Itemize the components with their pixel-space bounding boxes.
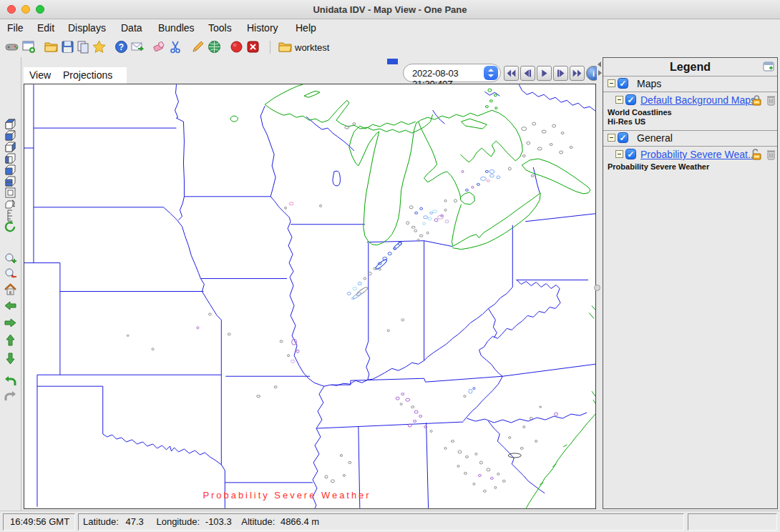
cut-icon[interactable] <box>168 39 183 54</box>
window-title: Unidata IDV - Map View - One Pane <box>0 4 780 15</box>
menu-history[interactable]: History <box>247 22 278 34</box>
psw-layer-link[interactable]: Probability Severe Weat... <box>640 149 756 160</box>
map-view[interactable]: Probability Severe Weather <box>24 84 596 509</box>
last-frame-button[interactable] <box>570 66 585 81</box>
map-menubar: View Projections <box>24 67 127 84</box>
menu-view[interactable]: View <box>29 69 51 81</box>
next-frame-button[interactable] <box>553 66 568 81</box>
psw-sublabel: Probability Severe Weather <box>608 162 709 171</box>
maps-visibility-checkbox[interactable]: ✓ <box>618 78 628 89</box>
svg-text:?: ? <box>119 42 124 52</box>
pan-down-icon[interactable] <box>4 352 17 365</box>
worktest-folder-icon[interactable] <box>278 39 293 54</box>
psw-unlock-icon[interactable] <box>751 149 762 160</box>
menu-bar: File Edit Displays Data Bundles Tools Hi… <box>0 19 780 37</box>
menu-data[interactable]: Data <box>121 22 142 34</box>
collapse-left-icon[interactable] <box>597 60 603 77</box>
home-view-icon[interactable] <box>4 282 17 296</box>
menu-bundles[interactable]: Bundles <box>158 22 195 34</box>
redo-icon[interactable] <box>4 390 17 404</box>
latitude-label: Latitude: <box>83 516 119 527</box>
menu-file[interactable]: File <box>7 22 24 34</box>
clock-value: 16:49:56 GMT <box>10 516 69 527</box>
progress-box <box>688 513 777 531</box>
general-visibility-checkbox[interactable]: ✓ <box>618 132 628 143</box>
eraser-icon[interactable] <box>152 39 167 54</box>
help-icon[interactable]: ? <box>114 39 129 54</box>
support-mail-icon[interactable] <box>130 39 145 54</box>
menu-tools[interactable]: Tools <box>208 22 232 34</box>
edit-pencil-icon[interactable] <box>190 39 205 54</box>
zoom-in-icon[interactable] <box>4 252 17 265</box>
coastlines <box>230 84 595 508</box>
previous-frame-button[interactable] <box>520 66 535 81</box>
maps-section-label[interactable]: Maps <box>637 78 661 89</box>
zoom-out-icon[interactable] <box>4 267 17 280</box>
animation-indicator <box>387 59 398 64</box>
map-annotation: Probability Severe Weather <box>203 490 371 501</box>
favorites-star-icon[interactable] <box>92 39 107 54</box>
clock-box: 16:49:56 GMT <box>3 513 75 531</box>
delete-icon[interactable] <box>245 39 260 54</box>
latitude-value: 47.3 <box>126 516 144 527</box>
general-collapse-toggle[interactable] <box>608 134 615 142</box>
general-section-label[interactable]: General <box>637 132 673 144</box>
psw-visibility-checkbox[interactable]: ✓ <box>625 149 636 159</box>
menu-displays[interactable]: Displays <box>68 22 106 34</box>
dbm-sublabel-1: World Coastlines <box>608 108 672 117</box>
time-selector[interactable]: 2022-08-03 21:30:40Z <box>403 64 501 82</box>
longitude-label: Longitude: <box>156 516 200 527</box>
first-frame-button[interactable] <box>504 66 519 81</box>
psw-delete-icon[interactable] <box>766 149 776 160</box>
splitter-handle[interactable] <box>594 285 600 291</box>
menu-projections[interactable]: Projections <box>63 69 112 81</box>
dbm-visibility-checkbox[interactable]: ✓ <box>625 94 636 105</box>
menu-help[interactable]: Help <box>296 22 316 34</box>
pan-up-icon[interactable] <box>4 333 17 347</box>
dbm-collapse-toggle[interactable] <box>615 96 623 104</box>
view-toolbar <box>0 57 21 511</box>
play-button[interactable] <box>537 66 552 81</box>
longitude-value: -103.3 <box>205 516 232 527</box>
new-window-icon[interactable] <box>21 39 36 54</box>
probability-contours <box>127 122 572 492</box>
globe-icon[interactable] <box>207 39 222 54</box>
main-toolbar: ? worktest <box>0 37 780 57</box>
altitude-value: 4866.4 m <box>281 516 319 527</box>
pan-right-icon[interactable] <box>4 316 17 330</box>
legend-panel: Legend ✓ Maps ✓ Default Background Maps … <box>603 57 778 509</box>
svg-text:i: i <box>593 69 595 78</box>
undo-icon[interactable] <box>4 375 17 389</box>
float-legend-icon[interactable] <box>763 61 774 72</box>
maps-collapse-toggle[interactable] <box>608 79 615 87</box>
dbm-sublabel-2: Hi-Res US <box>608 117 645 126</box>
state-borders <box>24 84 595 508</box>
pan-left-icon[interactable] <box>4 299 17 312</box>
open-folder-icon[interactable] <box>44 39 59 54</box>
workspace-label[interactable]: worktest <box>295 42 329 53</box>
time-stepper[interactable] <box>484 66 498 80</box>
title-bar: Unidata IDV - Map View - One Pane <box>0 0 780 19</box>
psw-collapse-toggle[interactable] <box>615 150 623 158</box>
dbm-lock-icon[interactable] <box>751 94 762 106</box>
dbm-layer-link[interactable]: Default Background Maps <box>640 94 756 106</box>
panel-splitter[interactable] <box>597 57 603 511</box>
legend-title: Legend <box>603 61 777 74</box>
altitude-label: Altitude: <box>241 516 275 527</box>
copy-icon[interactable] <box>76 39 91 54</box>
toolbar-separator <box>270 41 270 54</box>
record-icon[interactable] <box>229 39 244 54</box>
status-bar: 16:49:56 GMT Latitude: 47.3 Longitude: -… <box>0 511 780 532</box>
auto-rotate-icon[interactable] <box>4 220 17 234</box>
save-icon[interactable] <box>60 39 75 54</box>
menu-edit[interactable]: Edit <box>37 22 54 34</box>
dashboard-icon[interactable] <box>4 39 19 54</box>
dbm-delete-icon[interactable] <box>766 94 776 106</box>
position-box: Latitude: 47.3 Longitude: -103.3 Altitud… <box>78 513 684 531</box>
